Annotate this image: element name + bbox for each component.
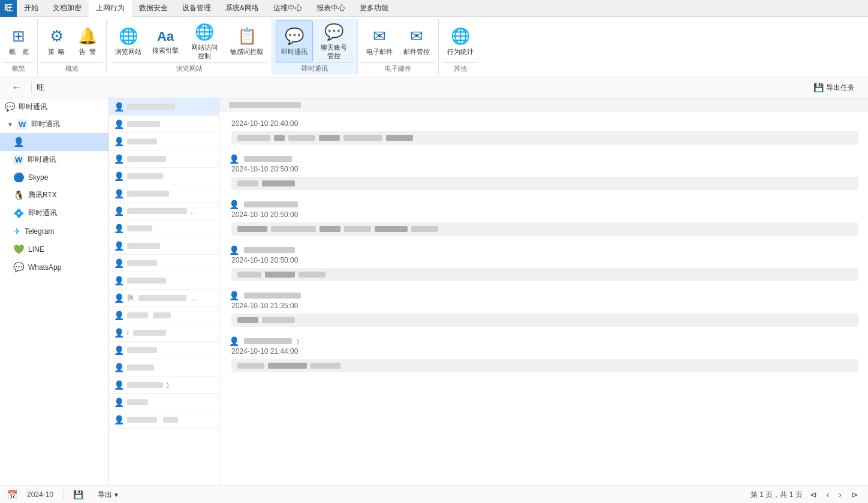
pagination-next[interactable]: ›: [836, 489, 844, 501]
ribbon-strategy[interactable]: ⚙ 策 略: [41, 20, 71, 62]
toolbar: ← 旺 💾 导出任务: [0, 77, 868, 98]
sidebar-item-im-root[interactable]: 💬 即时通讯: [0, 98, 108, 116]
sidebar-item-telegram[interactable]: ✈ Telegram: [0, 222, 108, 240]
menu-report[interactable]: 报表中心: [309, 0, 352, 17]
back-icon: ←: [12, 82, 22, 93]
sidebar-item-im-w[interactable]: ▼ W 即时通讯: [0, 116, 108, 133]
contact-item[interactable]: 👤: [109, 133, 219, 150]
contact-name-blur: [127, 173, 163, 179]
menu-system[interactable]: 系统&网络: [218, 0, 266, 17]
sidebar-item-whatsapp[interactable]: 💬 WhatsApp: [0, 258, 108, 276]
ribbon-mail-control[interactable]: ✉ 邮件管控: [399, 20, 435, 62]
msg-blur: [344, 226, 371, 232]
sidebar-item-skype[interactable]: 🔵 Skype: [0, 168, 108, 186]
contact-item[interactable]: 👤: [109, 255, 219, 272]
behavior-stat-label: 行为统计: [447, 48, 474, 56]
strategy-label: 策 略: [48, 48, 65, 56]
msg-blur: [262, 180, 295, 186]
contact-item[interactable]: 👤: [109, 185, 219, 203]
contact-item[interactable]: 👤: [109, 150, 219, 168]
contact-name-blur: [127, 399, 148, 405]
im-sub-icon: W: [13, 155, 24, 165]
contact-item[interactable]: 👤 ...: [109, 203, 219, 220]
app-logo[interactable]: 旺: [0, 0, 17, 17]
msg-blur: [237, 135, 270, 141]
contact-item[interactable]: 👤: [109, 342, 219, 359]
sender-name-4: [244, 247, 295, 253]
ribbon-email[interactable]: ✉ 电子邮件: [361, 20, 397, 62]
ribbon-group-label-3: 即时通讯: [276, 62, 354, 73]
pagination-prev[interactable]: ‹: [824, 489, 832, 501]
contact-name-blur: [127, 138, 157, 144]
contact-avatar-icon: 👤: [114, 102, 123, 112]
message-header: [219, 98, 868, 112]
msg-blur: [237, 226, 267, 232]
menu-device[interactable]: 设备管理: [175, 0, 218, 17]
menu-doc-encrypt[interactable]: 文档加密: [46, 0, 89, 17]
contact-item[interactable]: 👤 保 ...: [109, 290, 219, 307]
status-export-button[interactable]: 导出 ▼: [93, 487, 124, 502]
contact-item[interactable]: 👤: [109, 220, 219, 237]
ribbon-im[interactable]: 💬 即时通讯: [276, 20, 313, 62]
ribbon-chat-account[interactable]: 💬 聊天账号管控: [314, 20, 354, 62]
message-time-5: 2024-10-10 21:35:00: [229, 302, 858, 310]
sender-icon-4: 👤: [229, 245, 239, 255]
contact-item[interactable]: 👤: [109, 116, 219, 133]
ribbon-overview[interactable]: ⊞ 概 览: [4, 20, 34, 62]
sender-icon-5: 👤: [229, 291, 239, 300]
msg-blur: [311, 363, 340, 369]
ribbon-sensitive[interactable]: 📋 敏感词拦截: [225, 20, 268, 62]
sidebar-item-user[interactable]: 👤: [0, 133, 108, 151]
ribbon-site-access[interactable]: 🌐 网站访问控制: [185, 20, 224, 62]
contact-item[interactable]: 👤: [109, 98, 219, 116]
ribbon-alert[interactable]: 🔔 告 警: [73, 20, 103, 62]
message-time-4: 2024-10-10 20:50:00: [229, 256, 858, 264]
contact-item[interactable]: 👤: [109, 394, 219, 411]
menu-data-security[interactable]: 数据安全: [132, 0, 175, 17]
ribbon-browse-site[interactable]: 🌐 浏览网站: [110, 20, 146, 62]
message-group-4: 👤 2024-10-10 20:50:00: [229, 245, 858, 281]
pagination-last[interactable]: ⊳: [849, 489, 861, 501]
sidebar-label-im2: 即时通讯: [28, 208, 57, 218]
sidebar-item-line[interactable]: 💚 LINE: [0, 240, 108, 258]
sidebar-item-rtx[interactable]: 🐧 腾讯RTX: [0, 186, 108, 204]
contact-item[interactable]: 👤: [109, 272, 219, 290]
contact-item[interactable]: 👤: [109, 307, 219, 324]
contact-avatar-icon: 👤: [114, 189, 123, 198]
message-sender-row-4: 👤: [229, 245, 858, 255]
contact-avatar-icon: 👤: [114, 241, 123, 251]
email-label: 电子邮件: [366, 48, 393, 56]
msg-blur: [375, 226, 408, 232]
message-group-5: 👤 2024-10-10 21:35:00: [229, 291, 858, 327]
sidebar-item-im-sub[interactable]: W 即时通讯: [0, 151, 108, 168]
contact-avatar-icon: 👤: [114, 397, 123, 407]
export-task-button[interactable]: 💾 导出任务: [807, 80, 861, 95]
message-bubble-1: [231, 131, 858, 144]
back-button[interactable]: ←: [7, 80, 26, 95]
menu-start[interactable]: 开始: [17, 0, 46, 17]
sidebar-label-skype: Skype: [28, 173, 48, 182]
menu-ops[interactable]: 运维中心: [266, 0, 309, 17]
sidebar-label-whatsapp: WhatsApp: [28, 263, 61, 272]
contact-name-blur: [127, 382, 163, 388]
contact-name-blur: [127, 243, 160, 249]
sidebar-item-im2[interactable]: 💠 即时通讯: [0, 204, 108, 222]
msg-blur: [299, 272, 326, 278]
pagination-first[interactable]: ⊲: [807, 489, 819, 501]
ribbon-search-engine[interactable]: Aa 搜索引擎: [147, 20, 183, 62]
strategy-icon: ⚙: [50, 27, 64, 46]
contact-item[interactable]: 👤: [109, 359, 219, 377]
sender-suffix-6: ): [297, 338, 299, 345]
contact-item[interactable]: 👤 ): [109, 377, 219, 394]
contact-avatar-icon: 👤: [114, 345, 123, 355]
ribbon-behavior-stat[interactable]: 🌐 行为统计: [442, 20, 478, 62]
contact-item[interactable]: 👤: [109, 237, 219, 255]
contact-item[interactable]: 👤: [109, 168, 219, 185]
contact-name-blur: [127, 365, 154, 371]
contact-item[interactable]: 👤 i: [109, 324, 219, 342]
menu-more[interactable]: 更多功能: [352, 0, 396, 17]
menu-internet[interactable]: 上网行为: [89, 0, 132, 17]
contact-item[interactable]: 👤: [109, 411, 219, 429]
sidebar: 💬 即时通讯 ▼ W 即时通讯 👤 W 即时通讯 🔵 Skype: [0, 98, 109, 486]
contact-name-blur: [127, 121, 160, 127]
